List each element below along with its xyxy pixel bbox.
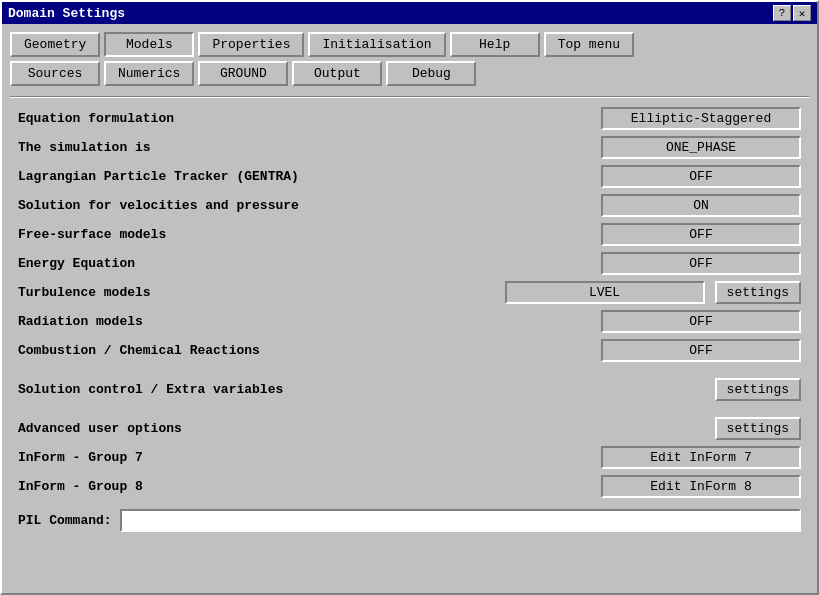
label-radiation: Radiation models [18,314,601,329]
gap-2 [10,404,809,414]
value-combustion[interactable]: OFF [601,339,801,362]
label-inform-7: InForm - Group 7 [18,450,601,465]
row-inform-7: InForm - Group 7 Edit InForm 7 [10,443,809,472]
label-equation-formulation: Equation formulation [18,111,601,126]
label-solution-control: Solution control / Extra variables [18,382,715,397]
help-button[interactable]: ? [773,5,791,21]
advanced-user-settings-button[interactable]: settings [715,417,801,440]
edit-inform-7-button[interactable]: Edit InForm 7 [601,446,801,469]
label-turbulence: Turbulence models [18,285,505,300]
close-button[interactable]: ✕ [793,5,811,21]
row-gentra: Lagrangian Particle Tracker (GENTRA) OFF [10,162,809,191]
value-turbulence[interactable]: LVEL [505,281,705,304]
label-inform-8: InForm - Group 8 [18,479,601,494]
value-equation-formulation[interactable]: Elliptic-Staggered [601,107,801,130]
value-radiation[interactable]: OFF [601,310,801,333]
turbulence-settings-button[interactable]: settings [715,281,801,304]
label-gentra: Lagrangian Particle Tracker (GENTRA) [18,169,601,184]
nav-top-menu[interactable]: Top menu [544,32,634,57]
nav-sources[interactable]: Sources [10,61,100,86]
pil-label: PIL Command: [18,513,112,528]
title-bar: Domain Settings ? ✕ [2,2,817,24]
solution-control-settings-button[interactable]: settings [715,378,801,401]
value-energy[interactable]: OFF [601,252,801,275]
row-energy: Energy Equation OFF [10,249,809,278]
label-simulation: The simulation is [18,140,601,155]
nav-ground[interactable]: GROUND [198,61,288,86]
nav-models[interactable]: Models [104,32,194,57]
row-turbulence: Turbulence models LVEL settings [10,278,809,307]
value-velocities[interactable]: ON [601,194,801,217]
row-radiation: Radiation models OFF [10,307,809,336]
nav-properties[interactable]: Properties [198,32,304,57]
label-free-surface: Free-surface models [18,227,601,242]
row-simulation: The simulation is ONE_PHASE [10,133,809,162]
title-bar-buttons: ? ✕ [773,5,811,21]
label-energy: Energy Equation [18,256,601,271]
gap-1 [10,365,809,375]
row-combustion: Combustion / Chemical Reactions OFF [10,336,809,365]
window-title: Domain Settings [8,6,125,21]
main-area: Equation formulation Elliptic-Staggered … [10,104,809,585]
nav-help[interactable]: Help [450,32,540,57]
nav-geometry[interactable]: Geometry [10,32,100,57]
value-simulation[interactable]: ONE_PHASE [601,136,801,159]
row-velocities: Solution for velocities and pressure ON [10,191,809,220]
row-solution-control: Solution control / Extra variables setti… [10,375,809,404]
label-velocities: Solution for velocities and pressure [18,198,601,213]
pil-input[interactable] [120,509,801,532]
nav-row-2: Sources Numerics GROUND Output Debug [10,61,809,86]
pil-row: PIL Command: [10,505,809,536]
nav-row-1: Geometry Models Properties Initialisatio… [10,32,809,57]
label-combustion: Combustion / Chemical Reactions [18,343,601,358]
label-advanced-user: Advanced user options [18,421,715,436]
edit-inform-8-button[interactable]: Edit InForm 8 [601,475,801,498]
row-free-surface: Free-surface models OFF [10,220,809,249]
row-inform-8: InForm - Group 8 Edit InForm 8 [10,472,809,501]
nav-debug[interactable]: Debug [386,61,476,86]
nav-numerics[interactable]: Numerics [104,61,194,86]
separator [10,96,809,98]
row-advanced-user: Advanced user options settings [10,414,809,443]
row-equation-formulation: Equation formulation Elliptic-Staggered [10,104,809,133]
domain-settings-window: Domain Settings ? ✕ Geometry Models Prop… [0,0,819,595]
content-area: Geometry Models Properties Initialisatio… [2,24,817,593]
value-gentra[interactable]: OFF [601,165,801,188]
value-free-surface[interactable]: OFF [601,223,801,246]
nav-initialisation[interactable]: Initialisation [308,32,445,57]
nav-output[interactable]: Output [292,61,382,86]
